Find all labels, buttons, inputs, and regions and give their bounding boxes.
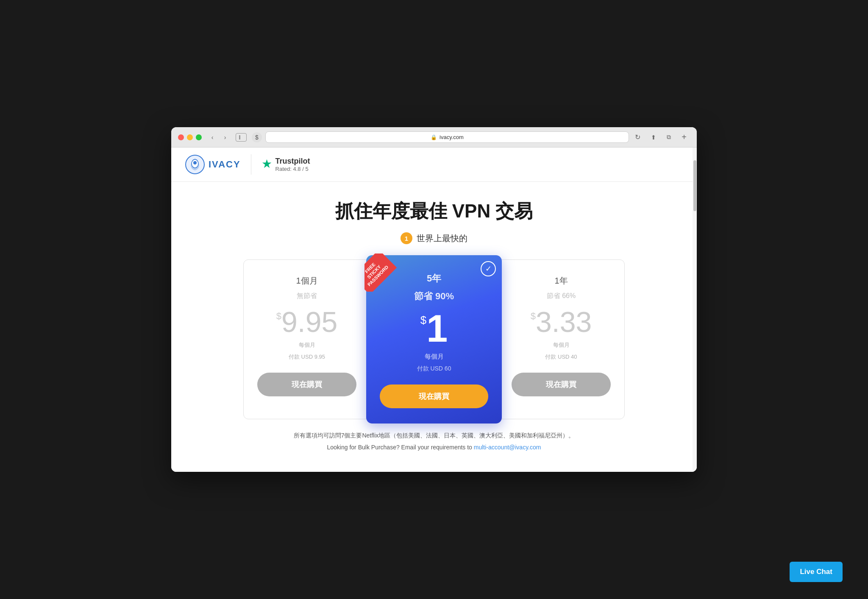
plan-price-five-year: $ 1 (420, 309, 448, 348)
new-tab-button[interactable]: + (678, 132, 690, 142)
trustpilot-info: Trustpilot Rated: 4.8 / 5 (275, 157, 310, 172)
plan-price-one-year: $ 3.33 (531, 307, 592, 336)
plan-per-month-five-year: 每個月 (425, 353, 444, 361)
close-button[interactable] (178, 134, 184, 140)
subtitle-text: 世界上最快的 (417, 233, 467, 244)
plan-total-monthly: 付款 USD 9.95 (289, 353, 325, 361)
buy-button-five-year[interactable]: 現在購買 (380, 384, 488, 408)
bulk-prefix: Looking for Bulk Purchase? Email your re… (327, 444, 474, 451)
main-content: 抓住年度最佳 VPN 交易 1 世界上最快的 1個月 無節省 $ 9.95 每個… (171, 182, 697, 472)
subtitle-row: 1 世界上最快的 (197, 232, 671, 244)
plan-card-one-year: 1年 節省 66% $ 3.33 每個月 付款 USD 40 現在購買 (498, 259, 625, 419)
trustpilot-area: ★ Trustpilot Rated: 4.8 / 5 (262, 157, 310, 172)
bulk-email-link[interactable]: multi-account@ivacy.com (474, 444, 541, 451)
buy-button-one-year[interactable]: 現在購買 (512, 373, 611, 396)
plan-savings-one-year: 節省 66% (547, 292, 576, 301)
forward-button[interactable]: › (220, 133, 231, 142)
browser-actions: ⬆ ⧉ + (648, 132, 690, 142)
price-dollar-five-year: $ (420, 314, 426, 327)
plan-period-one-year: 1年 (554, 275, 568, 287)
page-content: IVACY ★ Trustpilot Rated: 4.8 / 5 抓住年度最佳… (171, 148, 697, 472)
logo-area: IVACY (185, 154, 241, 175)
browser-titlebar: ‹ › $ 🔒 ivacy.com ↻ ⬆ ⧉ + (171, 127, 697, 148)
buy-button-monthly[interactable]: 現在購買 (257, 373, 356, 396)
plan-card-monthly: 1個月 無節省 $ 9.95 每個月 付款 USD 9.95 現在購買 (243, 259, 370, 419)
extension-icon[interactable]: $ (252, 132, 262, 142)
extension-symbol: $ (255, 134, 259, 141)
trustpilot-star: ★ (262, 157, 272, 171)
trustpilot-name: Trustpilot (275, 157, 310, 166)
ribbon-text: FREE STICKY PASSWORD (364, 254, 397, 292)
footer-info: 所有選項均可訪問7個主要Netflix地區（包括美國、法國、日本、英國、澳大利亞… (197, 432, 671, 451)
price-main-monthly: 9.95 (281, 307, 337, 336)
back-button[interactable]: ‹ (207, 133, 218, 142)
price-dollar-monthly: $ (276, 311, 281, 322)
ivacy-logo-icon (185, 154, 205, 175)
price-dollar-one-year: $ (531, 311, 536, 322)
ribbon: FREE STICKY PASSWORD (364, 254, 403, 292)
netflix-note: 所有選項均可訪問7個主要Netflix地區（包括美國、法國、日本、英國、澳大利亞… (222, 432, 646, 440)
plan-savings-five-year: 節省 90% (414, 290, 454, 303)
address-bar-area: $ 🔒 ivacy.com ↻ (252, 131, 643, 143)
checkmark-badge: ✓ (481, 261, 496, 276)
address-bar[interactable]: 🔒 ivacy.com (265, 131, 629, 143)
subtitle-badge: 1 (401, 232, 412, 244)
price-main-five-year: 1 (426, 309, 448, 348)
plan-savings-monthly: 無節省 (297, 292, 317, 301)
page-title: 抓住年度最佳 VPN 交易 (197, 199, 671, 224)
plan-total-one-year: 付款 USD 40 (545, 353, 577, 361)
price-main-one-year: 3.33 (536, 307, 592, 336)
scrollbar-thumb[interactable] (693, 160, 696, 211)
traffic-lights (178, 134, 202, 140)
sidebar-toggle[interactable] (236, 133, 247, 142)
plan-price-monthly: $ 9.95 (276, 307, 338, 336)
plan-card-five-year: FREE STICKY PASSWORD ✓ 5年 節省 90% $ 1 每個月 (366, 255, 502, 423)
header-divider (251, 154, 251, 175)
share-button[interactable]: ⬆ (648, 132, 659, 142)
scrollbar-track (693, 148, 697, 472)
lock-icon: 🔒 (431, 134, 437, 140)
plan-period-five-year: 5年 (427, 272, 441, 285)
trustpilot-rating: Rated: 4.8 / 5 (275, 166, 310, 172)
plan-per-month-one-year: 每個月 (553, 341, 570, 349)
reload-button[interactable]: ↻ (632, 132, 643, 142)
bulk-note: Looking for Bulk Purchase? Email your re… (222, 444, 646, 451)
plan-period-monthly: 1個月 (296, 275, 317, 287)
logo-text: IVACY (209, 159, 241, 170)
url-text: ivacy.com (440, 134, 464, 140)
minimize-button[interactable] (187, 134, 193, 140)
tab-button[interactable]: ⧉ (663, 132, 675, 142)
maximize-button[interactable] (196, 134, 202, 140)
plan-per-month-monthly: 每個月 (299, 341, 315, 349)
svg-point-2 (193, 161, 197, 164)
nav-buttons: ‹ › (207, 133, 231, 142)
pricing-cards: 1個月 無節省 $ 9.95 每個月 付款 USD 9.95 現在購買 F (197, 259, 671, 419)
site-header: IVACY ★ Trustpilot Rated: 4.8 / 5 (171, 148, 697, 182)
sidebar-toggle-icon (239, 135, 243, 139)
plan-total-five-year: 付款 USD 60 (417, 365, 451, 373)
